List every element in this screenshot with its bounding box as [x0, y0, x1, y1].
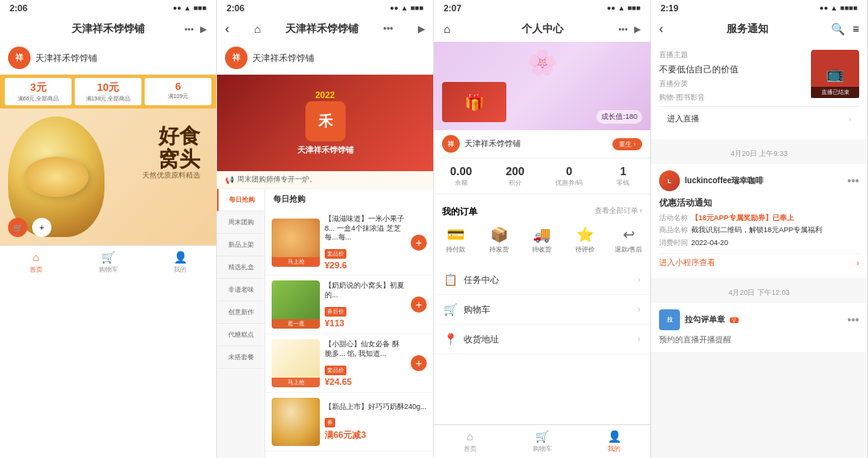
bottom-nav-3: ⌂ 首页 🛒 购物车 👤 我的 [434, 424, 650, 458]
live-label-category: 直播分类 [659, 79, 805, 89]
store-header-2: 祥 天津祥禾饽饽铺 [217, 42, 433, 75]
status-bar-4: 2:19 ●● ▲ ■■■■ [651, 0, 867, 16]
pending-receive-label: 待收货 [532, 246, 551, 253]
status-icons-1: ●● ▲ ■■■ [173, 4, 207, 12]
sidebar-item-weekend[interactable]: 周末团购 [217, 211, 264, 234]
play-icon-2[interactable]: ▶ [418, 23, 425, 35]
sidebar-item-daily[interactable]: 每日抢购 [217, 189, 264, 211]
product-price-1: ¥29.6 [325, 260, 406, 270]
back-icon-2[interactable]: ‹ [225, 22, 229, 36]
lagou-notification: 拉 拉勾评单章 V ••• 预约的直播开播提醒 [651, 303, 867, 352]
profile-icon-1: 👤 [174, 251, 187, 264]
stat-label-balance: 余额 [434, 178, 488, 187]
play-icon-1[interactable]: ▶ [200, 24, 207, 35]
stat-balance[interactable]: 0.00 余额 [434, 165, 488, 187]
add-to-cart-2[interactable]: + [411, 296, 427, 313]
order-pending-review[interactable]: ⭐ 待评价 [563, 226, 607, 254]
notif-link-luckin[interactable]: 进入小程序查看 › [659, 253, 859, 272]
pending-pay-label: 待付款 [446, 246, 465, 253]
more-icon-2[interactable]: ••• [383, 23, 394, 35]
store-name-3: 天津祥禾饽饽铺 [465, 138, 521, 149]
view-all-orders-3[interactable]: 查看全部订单 › [595, 206, 643, 218]
coupon-1[interactable]: 3元 满66元,全部商品 [5, 78, 72, 105]
menu-address[interactable]: 📍 收货地址 › [434, 325, 650, 354]
order-pending-receive[interactable]: 🚚 待收货 [521, 226, 564, 254]
banner-sub-1: 天然优质原料精选 [142, 170, 200, 181]
bottom-nav-home-1[interactable]: ⌂ 首页 [0, 251, 72, 274]
coupon-cond-3: 满109元 [149, 92, 207, 100]
more-icon-1[interactable]: ••• [184, 24, 194, 35]
product-info-3[interactable]: 【小甜心】仙女必备 酥脆多... 馅, 我知道... 套品价 ¥24.65 [325, 340, 406, 386]
home-icon-3[interactable]: ⌂ [444, 22, 450, 35]
lagou-more-icon[interactable]: ••• [847, 313, 859, 326]
bottom-nav-home-3[interactable]: ⌂ 首页 [434, 430, 506, 453]
stat-points[interactable]: 200 积分 [488, 165, 542, 187]
product-tag-3: 套品价 [325, 366, 346, 375]
sidebar-item-traditional[interactable]: 非遗老味 [217, 279, 264, 301]
home-icon-2[interactable]: ⌂ [254, 22, 260, 35]
store-name-1: 天津祥禾饽饽铺 [35, 52, 97, 64]
nav-title-3: 个人中心 [522, 22, 563, 36]
orders-section-3: 我的订单 查看全部订单 › 💳 待付款 📦 待发货 🚚 待收货 ⭐ 待评价 ↩ [434, 199, 650, 260]
stat-coupons[interactable]: 0 优惠券/码 [542, 165, 596, 187]
product-tag-1: 套品价 [325, 249, 346, 259]
banner-year-2: 2022 [297, 90, 354, 100]
time-1: 2:06 [10, 3, 27, 13]
product-tag-2: 券后价 [325, 307, 346, 317]
product-info-1[interactable]: 【滋滋味道】一米小果子 8... 一盒4个抹浓溢 芝芝每...每... 套品价 … [325, 215, 406, 270]
bottom-icons: 🛒 + [8, 218, 51, 237]
status-icons-2: ●● ▲ ■■■ [390, 4, 424, 12]
nav-bar-2: ‹ ⌂ 天津祥禾饽饽铺 ••• ▶ [217, 16, 433, 42]
gift-visual-3: 🎁 [442, 82, 506, 122]
order-pending-ship[interactable]: 📦 待发货 [477, 226, 521, 254]
menu-cart[interactable]: 🛒 购物车 › [434, 295, 650, 325]
notif-more-icon[interactable]: ••• [847, 174, 859, 187]
enter-live-btn-4[interactable]: 进入直播 › [659, 106, 859, 131]
play-icon-3[interactable]: ▶ [634, 24, 641, 35]
search-icon-4[interactable]: 🔍 [831, 22, 845, 35]
bottom-nav-profile-3[interactable]: 👤 我的 [578, 430, 650, 453]
product-info-4[interactable]: 【新品上市】好巧巧奶酥240g... 券 满66元减3 [325, 403, 427, 442]
follow-btn-3[interactable]: 童生 › [612, 138, 642, 150]
menu-task-center[interactable]: 📋 任务中心 › [434, 265, 650, 295]
product-list-2: 每日抢购 马上抢 【滋滋味道】一米小果子 8... 一盒4个抹浓溢 芝芝每...… [265, 189, 433, 458]
back-icon-4[interactable]: ‹ [659, 22, 663, 36]
sidebar-item-creative[interactable]: 创意新作 [217, 301, 264, 324]
onsale-badge-2: 逛一逛 [272, 319, 320, 329]
live-category-4: 购物·图书影音 [659, 92, 805, 103]
product-info-2[interactable]: 【奶奶说的小窝头】初夏的... 券后价 ¥113 [325, 281, 406, 327]
notif-val-activity: 【18元APP专属奖励券】已奉上 [691, 213, 794, 224]
phone-3: 2:07 ●● ▲ ■■■ ⌂ 个人中心 ••• ▶ 🌸 成长值:180 🎁 祥… [434, 0, 651, 458]
nav-icons-1: ••• ▶ [184, 24, 207, 35]
sidebar-item-new[interactable]: 新品上架 [217, 234, 264, 256]
phone-1: 2:06 ●● ▲ ■■■ 天津祥禾饽饽铺 ••• ▶ 祥 天津祥禾饽饽铺 3元… [0, 0, 217, 458]
bottom-nav-cart-3[interactable]: 🛒 购物车 [506, 430, 579, 453]
sidebar-item-sugar[interactable]: 代糖糕点 [217, 324, 264, 346]
home-bottom-label-3: 首页 [464, 444, 477, 453]
enter-live-arrow-4: › [849, 115, 851, 124]
banner-big-1: 好食 [142, 125, 200, 148]
coupon-2[interactable]: 10元 满198元,全部商品 [75, 78, 141, 105]
product-tag-4: 券 [325, 418, 335, 427]
cart-bottom-label-3: 购物车 [533, 444, 552, 453]
order-pending-pay[interactable]: 💳 待付款 [434, 226, 477, 254]
more-icon-3[interactable]: ••• [618, 24, 628, 35]
cart-menu-label: 购物车 [464, 304, 490, 316]
live-ended-badge-4: 直播已结束 [811, 87, 859, 98]
orders-header-3: 我的订单 查看全部订单 › [434, 199, 650, 221]
product-img-4 [272, 398, 320, 446]
order-refund[interactable]: ↩ 退款/售后 [607, 226, 650, 254]
sidebar-item-combo[interactable]: 未搭套餐 [217, 346, 264, 369]
product-item-1: 马上抢 【滋滋味道】一米小果子 8... 一盒4个抹浓溢 芝芝每...每... … [265, 210, 433, 276]
add-to-cart-3[interactable]: + [411, 355, 427, 371]
menu-icon-4[interactable]: ≡ [853, 22, 859, 35]
bottom-nav-profile-1[interactable]: 👤 我的 [144, 251, 216, 274]
add-to-cart-1[interactable]: + [411, 235, 427, 251]
stat-cash[interactable]: 1 零钱 [596, 165, 650, 187]
banner-3: 🌸 成长值:180 🎁 [434, 42, 650, 130]
sidebar-item-gift[interactable]: 精选礼盒 [217, 256, 264, 279]
banner-2: 2022 禾 天津祥禾饽饽铺 [217, 75, 433, 171]
coupon-3[interactable]: 6 满109元 [145, 78, 211, 105]
nav-title-4: 服务通知 [727, 22, 768, 36]
bottom-nav-cart-1[interactable]: 🛒 购物车 [72, 251, 145, 274]
